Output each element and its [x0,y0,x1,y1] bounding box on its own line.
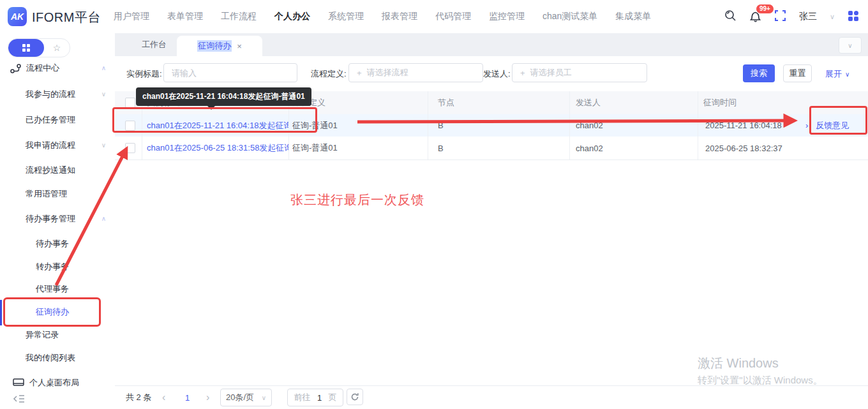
row-checkbox[interactable] [125,137,135,160]
cell-consult-time: 2025-11-21 16:04:18 [705,114,782,137]
search-icon[interactable] [724,10,737,24]
chevron-down-icon: ∨ [848,42,852,49]
fullscreen-icon[interactable] [774,10,786,24]
annotation-box-row-title [112,107,317,133]
user-menu[interactable]: 张三 [799,11,817,22]
refresh-button[interactable] [347,389,363,405]
nav-item-workflow[interactable]: 工作流程 [221,11,257,22]
reset-button-label: 重置 [789,68,806,79]
nav-item-report-mgmt[interactable]: 报表管理 [382,11,417,22]
sidebar-item-label: 转办事务 [36,260,69,273]
app-window: AK IFORM平台 用户管理 表单管理 工作流程 个人办公 系统管理 报表管理… [0,0,868,409]
column-divider [569,91,570,160]
collapse-menu-icon [13,394,25,404]
instance-title-input[interactable] [163,63,297,82]
nav-item-user-mgmt[interactable]: 用户管理 [114,11,149,22]
column-header-consult-time: 征询时间 [703,91,737,114]
tab-list-dropdown[interactable]: ∨ [839,37,862,54]
column-header-node: 节点 [438,91,454,114]
sidebar-item-label: 待办事务管理 [26,212,75,225]
sidebar-item-my-applied[interactable]: 我申请的流程∨ [26,139,106,152]
close-icon[interactable]: × [237,41,242,51]
search-button[interactable]: 搜索 [743,64,775,82]
sidebar-item-todo[interactable]: 待办事务 [36,237,106,250]
top-bar: AK IFORM平台 用户管理 表单管理 工作流程 个人办公 系统管理 报表管理… [0,0,868,34]
search-button-label: 搜索 [751,68,767,79]
chevron-down-icon: ∨ [845,71,849,78]
cell-node: B [438,114,444,137]
chevron-down-icon: ∨ [262,394,266,401]
sidebar-item-common-phrases[interactable]: 常用语管理 [26,188,106,200]
goto-page-group: 前往 页 [287,389,343,406]
active-item-indicator [0,300,2,325]
process-definition-label: 流程定义: [311,68,347,80]
nav-item-monitor-mgmt[interactable]: 监控管理 [489,11,525,22]
nav-item-integration-menu[interactable]: 集成菜单 [615,11,651,22]
sidebar-item-desktop-layout[interactable]: 个人桌面布局 [13,377,79,389]
menu-grid-button[interactable] [8,39,44,57]
sidebar-item-transferred[interactable]: 转办事务 [36,260,106,273]
column-header-sender: 发送人 [576,91,601,114]
reset-button[interactable]: 重置 [783,64,812,82]
grid-icon [22,44,30,52]
nav-item-personal-office[interactable]: 个人办公 [274,11,310,22]
table-row[interactable]: chan01在2025-06-25 18:31:58发起征询-普通01 征询-普… [115,137,868,160]
chevron-up-icon: ∧ [101,62,106,75]
cell-sender: chan02 [576,137,603,160]
next-page-button[interactable]: › [206,386,209,409]
sender-select[interactable]: + 请选择员工 [512,63,647,82]
pagination-bar: 共 2 条 ‹ 1 › 20条/页 ∨ 前往 页 [115,385,868,409]
refresh-icon [350,392,359,401]
process-definition-select[interactable]: + 请选择流程 [348,63,483,82]
total-count: 共 2 条 [126,386,151,409]
sidebar-item-label: 我的传阅列表 [26,352,75,364]
sidebar-item-done-tasks[interactable]: 已办任务管理 [26,114,106,126]
sidebar-item-cc-notice[interactable]: 流程抄送通知 [26,164,106,177]
sidebar-item-label: 我参与的流程 [26,88,75,101]
sidebar-item-process-center[interactable]: 流程中心 ∧ [10,62,106,75]
star-icon: ☆ [53,43,61,53]
sidebar-item-todo-management[interactable]: 待办事务管理∧ [26,212,106,225]
top-nav: 用户管理 表单管理 工作流程 个人办公 系统管理 报表管理 代码管理 监控管理 … [114,0,651,33]
plus-icon: + [357,68,362,78]
cell-sender: chan02 [576,114,603,137]
tab-workbench[interactable]: 工作台 [142,33,167,56]
chevron-down-icon: ∨ [101,88,106,101]
app-logo: AK [8,7,27,26]
column-divider [428,91,428,160]
sidebar-item-circulation-list[interactable]: 我的传阅列表 [26,352,106,364]
page-number[interactable]: 1 [185,386,190,409]
sidebar-item-exception-records[interactable]: 异常记录 [26,329,106,341]
expand-label: 展开 [825,68,842,80]
tab-consult-todo[interactable]: 征询待办 × [177,36,262,56]
nav-item-form-mgmt[interactable]: 表单管理 [167,11,203,22]
sidebar-item-proxy[interactable]: 代理事务 [36,283,106,295]
goto-page-input[interactable] [315,393,325,403]
instance-title-link[interactable]: chan01在2025-06-25 18:31:58发起征询-普通01 [147,142,288,154]
logo-text: AK [11,11,24,22]
sidebar-item-my-participated[interactable]: 我参与的流程∨ [26,88,106,101]
goto-label: 前往 [294,392,311,403]
apps-grid-icon[interactable] [848,10,859,24]
prev-page-button[interactable]: ‹ [162,386,165,409]
page-size-value: 20条/页 [226,392,254,403]
user-chevron-down-icon[interactable]: ∨ [830,13,835,21]
row-title-tooltip: chan01在2025-11-21 16:04:18发起征询-普通01 [136,87,311,106]
nav-item-chan-test-menu[interactable]: chan测试菜单 [542,11,597,22]
cell-process: 征询-普通01 [292,137,338,160]
select-placeholder: 请选择流程 [367,67,408,78]
page-unit-label: 页 [329,392,337,403]
top-right-actions: 99+ 张三 ∨ [724,0,859,33]
notification-bell-icon[interactable]: 99+ [749,10,761,24]
sidebar-item-label: 个人桌面布局 [29,377,79,389]
sidebar-collapse-button[interactable] [13,394,25,404]
sidebar-item-label: 常用语管理 [26,188,67,200]
page-size-select[interactable]: 20条/页 ∨ [220,389,272,406]
favorites-star-button[interactable]: ☆ [44,39,70,57]
annotation-box-feedback [809,106,867,135]
row-arrow-icon[interactable]: › [805,114,808,137]
nav-item-code-mgmt[interactable]: 代码管理 [435,11,471,22]
expand-filters-link[interactable]: 展开 ∨ [825,68,849,80]
nav-item-system-mgmt[interactable]: 系统管理 [328,11,364,22]
chevron-up-icon: ∧ [101,212,106,225]
